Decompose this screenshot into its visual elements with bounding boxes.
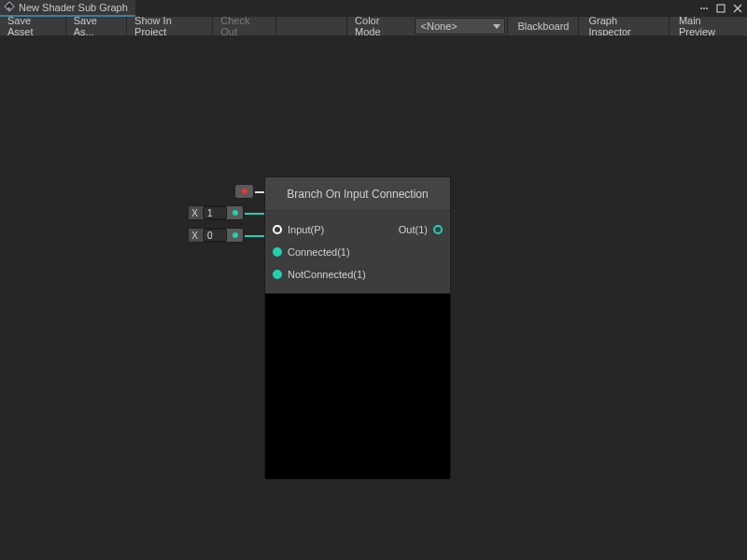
connected-x-label[interactable]: X — [189, 206, 202, 219]
port-dot-icon — [233, 232, 238, 238]
node-connected-row: Connected(1) — [265, 241, 450, 263]
color-mode-select[interactable]: <None> — [415, 18, 506, 35]
save-as-button[interactable]: Save As... — [66, 17, 127, 35]
branch-on-input-connection-node[interactable]: Branch On Input Connection Input(P) Out(… — [264, 176, 451, 480]
node-body: Input(P) Out(1) Connected(1) NotConnecte… — [265, 211, 450, 293]
port-label-connected: Connected(1) — [288, 246, 350, 258]
svg-point-0 — [700, 7, 702, 9]
shader-graph-icon — [4, 2, 15, 13]
notconnected-value-input[interactable]: 0 — [203, 229, 227, 242]
save-asset-button[interactable]: Save Asset — [0, 17, 66, 35]
window-menu-icon[interactable] — [697, 1, 712, 16]
maximize-icon[interactable] — [713, 1, 728, 16]
port-label-input: Input(P) — [288, 224, 324, 235]
node-notconnected-row: NotConnected(1) — [265, 263, 450, 286]
toolbar: Save Asset Save As... Show In Project Ch… — [0, 17, 747, 35]
window-title: New Shader Sub Graph — [19, 2, 128, 13]
color-mode-value: <None> — [421, 21, 458, 32]
notconnected-value-slot[interactable]: X 0 — [188, 228, 244, 243]
node-input-row: Input(P) Out(1) — [265, 218, 450, 241]
svg-rect-3 — [717, 5, 725, 12]
port-out[interactable] — [433, 225, 443, 234]
port-in-notconnected[interactable] — [273, 270, 282, 279]
blackboard-button[interactable]: Blackboard — [507, 17, 578, 35]
connected-value-slot[interactable]: X 1 — [188, 205, 244, 220]
chevron-down-icon — [493, 24, 500, 29]
connected-value-input[interactable]: 1 — [203, 206, 227, 219]
node-preview[interactable] — [265, 293, 450, 479]
window-tab[interactable]: New Shader Sub Graph — [0, 0, 135, 17]
check-out-button: Check Out — [213, 17, 276, 35]
show-in-project-button[interactable]: Show In Project — [127, 17, 213, 35]
notconnected-x-label[interactable]: X — [189, 229, 202, 242]
graph-inspector-button[interactable]: Graph Inspector — [578, 17, 668, 35]
port-label-out: Out(1) — [399, 224, 428, 235]
svg-point-1 — [703, 7, 705, 9]
port-in-input[interactable] — [273, 225, 282, 234]
close-icon[interactable] — [730, 1, 745, 16]
port-in-connected[interactable] — [273, 247, 282, 257]
port-label-notconnected: NotConnected(1) — [288, 269, 366, 280]
main-preview-button[interactable]: Main Preview — [669, 17, 747, 35]
input-property-slot[interactable] — [234, 184, 254, 199]
port-dot-icon — [233, 210, 238, 216]
property-dot-icon — [242, 189, 247, 194]
svg-point-2 — [706, 7, 708, 9]
title-bar: New Shader Sub Graph — [0, 0, 747, 17]
graph-canvas[interactable]: X 1 X 0 Branch On Input Connection Input… — [0, 35, 747, 560]
color-mode-label: Color Mode — [347, 17, 412, 35]
node-title[interactable]: Branch On Input Connection — [265, 177, 450, 211]
window-controls — [697, 0, 745, 17]
toolbar-spacer — [276, 17, 347, 35]
